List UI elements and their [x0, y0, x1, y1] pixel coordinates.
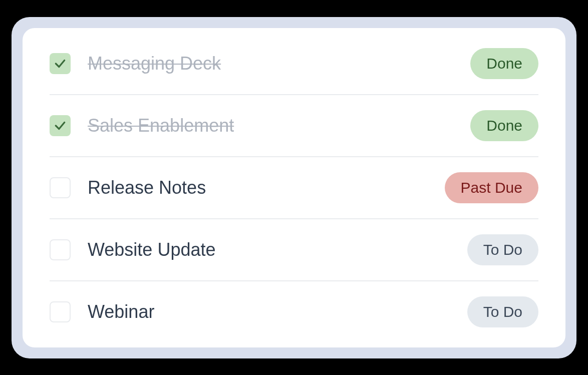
check-icon	[54, 57, 67, 70]
task-row: Webinar To Do	[50, 281, 538, 332]
task-title[interactable]: Website Update	[88, 239, 467, 260]
task-checkbox[interactable]	[50, 177, 71, 198]
status-badge: Past Due	[445, 172, 538, 203]
task-checkbox[interactable]	[50, 115, 71, 136]
task-title[interactable]: Webinar	[88, 301, 467, 322]
status-badge: To Do	[467, 296, 538, 327]
task-checkbox[interactable]	[50, 53, 71, 74]
task-list-card: Messaging Deck Done Sales Enablement Don…	[23, 28, 565, 347]
check-icon	[54, 119, 67, 132]
task-row: Sales Enablement Done	[50, 95, 538, 157]
task-row: Release Notes Past Due	[50, 157, 538, 219]
task-row: Messaging Deck Done	[50, 43, 538, 95]
task-title[interactable]: Messaging Deck	[88, 53, 470, 74]
task-title[interactable]: Sales Enablement	[88, 115, 470, 136]
task-row: Website Update To Do	[50, 219, 538, 281]
task-checkbox[interactable]	[50, 239, 71, 260]
status-badge: To Do	[467, 234, 538, 265]
card-outer: Messaging Deck Done Sales Enablement Don…	[12, 17, 576, 358]
status-badge: Done	[470, 48, 538, 79]
status-badge: Done	[470, 110, 538, 141]
task-title[interactable]: Release Notes	[88, 177, 445, 198]
task-checkbox[interactable]	[50, 301, 71, 322]
